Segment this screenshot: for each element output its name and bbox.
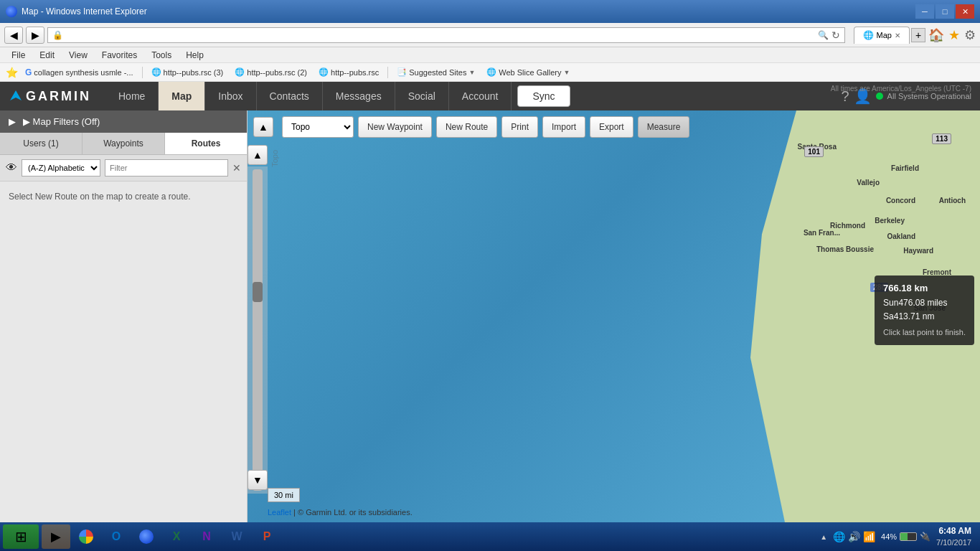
powerpoint-icon: P bbox=[263, 530, 271, 543]
close-button[interactable]: ✕ bbox=[956, 4, 974, 19]
battery-percent-text: 44% bbox=[881, 532, 897, 541]
outlook-icon: O bbox=[112, 530, 121, 543]
tab-title: Map bbox=[877, 31, 892, 39]
city-label-oakland: Oakland bbox=[887, 232, 915, 240]
map-filters-header[interactable]: ▶ ▶ Map Filters (Off) bbox=[0, 110, 247, 133]
browser-tab-map[interactable]: 🌐 Map ✕ bbox=[854, 27, 910, 44]
ie-browser-icons: 🏠 ★ ⚙ bbox=[928, 27, 976, 43]
map-scroll-up-button[interactable]: ▲ bbox=[253, 117, 273, 137]
sync-button[interactable]: Sync bbox=[517, 85, 570, 107]
battery-fill bbox=[900, 533, 908, 540]
battery-bar bbox=[900, 532, 917, 541]
export-button[interactable]: Export bbox=[590, 116, 633, 138]
scale-label: 30 mi bbox=[274, 491, 293, 499]
nav-tab-social[interactable]: Social bbox=[395, 82, 449, 110]
bookmark-icon-1: 🌐 bbox=[151, 67, 161, 77]
media-player-icon: ▶ bbox=[51, 529, 61, 545]
taskbar-app-word[interactable]: W bbox=[222, 524, 251, 549]
favorites-star-icon[interactable]: ★ bbox=[948, 27, 960, 43]
taskbar-app-media[interactable]: ▶ bbox=[42, 524, 70, 549]
visibility-eye-icon[interactable]: 👁 bbox=[6, 161, 17, 174]
forward-button[interactable]: ▶ bbox=[26, 27, 44, 44]
new-tab-button[interactable]: + bbox=[911, 28, 925, 42]
new-waypoint-button[interactable]: New Waypoint bbox=[358, 116, 432, 138]
scroll-track[interactable] bbox=[253, 169, 263, 491]
city-label-antioch: Antioch bbox=[939, 197, 966, 204]
new-route-button[interactable]: New Route bbox=[436, 116, 497, 138]
refresh-icon[interactable]: ↻ bbox=[831, 29, 840, 41]
bookmark-collagen[interactable]: G collagen synthesis usmle -... bbox=[21, 66, 138, 79]
taskbar-app-onenote[interactable]: N bbox=[192, 524, 221, 549]
map-area[interactable]: ▲ Topo Satellite Street New Waypoint New… bbox=[248, 110, 980, 522]
sidebar-tab-routes[interactable]: Routes bbox=[165, 133, 247, 154]
route-tooltip: 766.18 km Sun476.08 miles Sa413.71 nm Cl… bbox=[875, 276, 974, 345]
taskbar-chevron-icon[interactable]: ▲ bbox=[820, 533, 827, 541]
tooltip-km: 766.18 km bbox=[883, 281, 966, 296]
import-button[interactable]: Import bbox=[542, 116, 585, 138]
menu-favorites[interactable]: Favorites bbox=[96, 49, 143, 62]
nav-tab-account[interactable]: Account bbox=[449, 82, 512, 110]
maximize-button[interactable]: □ bbox=[936, 4, 954, 19]
menu-view[interactable]: View bbox=[63, 49, 93, 62]
nav-tab-contacts[interactable]: Contacts bbox=[257, 82, 323, 110]
timezone-label: All times are America/Los_Angeles (UTC -… bbox=[831, 85, 971, 93]
nav-tab-map[interactable]: Map bbox=[159, 82, 205, 110]
tab-close-button[interactable]: ✕ bbox=[895, 32, 900, 39]
search-icon[interactable]: 🔍 bbox=[818, 30, 829, 40]
sidebar-tabs: Users (1) Waypoints Routes bbox=[0, 133, 247, 155]
bookmark-pubs-2[interactable]: 🌐 http--pubs.rsc (2) bbox=[230, 66, 311, 78]
onenote-icon: N bbox=[202, 530, 211, 543]
map-pan-down-button[interactable]: ▼ bbox=[248, 470, 268, 490]
tooltip-instruction: Click last point to finish. bbox=[883, 326, 966, 339]
map-pan-up-button[interactable]: ▲ bbox=[248, 145, 268, 165]
menu-file[interactable]: File bbox=[6, 49, 31, 62]
sidebar-tab-waypoints[interactable]: Waypoints bbox=[83, 133, 165, 154]
filter-clear-button[interactable]: ✕ bbox=[232, 162, 241, 174]
taskbar-app-outlook[interactable]: O bbox=[102, 524, 131, 549]
minimize-button[interactable]: ─ bbox=[915, 4, 934, 19]
taskbar-app-excel[interactable]: X bbox=[162, 524, 191, 549]
taskbar-clock[interactable]: 6:48 AM 7/10/2017 bbox=[936, 525, 971, 548]
bookmark-pubs-1[interactable]: 🌐 http--pubs.rsc (3) bbox=[147, 66, 228, 78]
taskbar-app-ie[interactable] bbox=[132, 524, 161, 549]
map-scale: 30 mi bbox=[268, 488, 300, 502]
word-icon: W bbox=[231, 530, 242, 543]
back-button[interactable]: ◀ bbox=[4, 27, 23, 44]
address-field[interactable]: 🔒 https://inreach.garmin.com/Map 🔍 ↻ bbox=[47, 27, 845, 43]
menu-tools[interactable]: Tools bbox=[146, 49, 177, 62]
home-icon[interactable]: 🏠 bbox=[928, 27, 944, 43]
title-controls: ─ □ ✕ bbox=[915, 4, 974, 19]
map-filters-label: ▶ Map Filters (Off) bbox=[23, 116, 100, 127]
nav-tab-inbox[interactable]: Inbox bbox=[205, 82, 256, 110]
taskbar-app-powerpoint[interactable]: P bbox=[253, 524, 281, 549]
bookmark-suggested-sites[interactable]: 📑 Suggested Sites ▼ bbox=[392, 66, 479, 78]
nav-tab-home[interactable]: Home bbox=[105, 82, 159, 110]
taskbar-app-chrome[interactable] bbox=[72, 524, 100, 549]
network-icon: 🌐 bbox=[833, 531, 845, 542]
volume-icon[interactable]: 🔊 bbox=[848, 531, 860, 542]
menu-edit[interactable]: Edit bbox=[34, 49, 60, 62]
nav-tab-messages[interactable]: Messages bbox=[323, 82, 395, 110]
highway-101-label: 101 bbox=[804, 146, 824, 157]
suggested-sites-dropdown-icon: ▼ bbox=[468, 69, 475, 76]
city-label-thomas-boussie: Thomas Boussie bbox=[816, 245, 874, 253]
city-label-concord: Concord bbox=[886, 197, 915, 204]
menu-help[interactable]: Help bbox=[180, 49, 209, 62]
ie-logo-icon bbox=[6, 6, 17, 17]
bookmark-icon-3: 🌐 bbox=[319, 67, 329, 77]
settings-gear-icon[interactable]: ⚙ bbox=[964, 27, 976, 43]
filter-input[interactable] bbox=[105, 159, 228, 176]
start-button[interactable]: ⊞ bbox=[3, 524, 39, 549]
map-type-select[interactable]: Topo Satellite Street bbox=[282, 116, 354, 138]
battery-indicator: 44% 🔌 bbox=[881, 532, 930, 542]
tooltip-sun-miles: Sun476.08 miles bbox=[883, 296, 966, 310]
leaflet-link[interactable]: Leaflet bbox=[268, 508, 291, 517]
print-button[interactable]: Print bbox=[501, 116, 538, 138]
url-input[interactable]: https://inreach.garmin.com/Map bbox=[66, 30, 818, 40]
sidebar-tab-users[interactable]: Users (1) bbox=[0, 133, 83, 154]
bookmark-pubs-3[interactable]: 🌐 http--pubs.rsc bbox=[314, 66, 383, 78]
city-label-san-francisco: San Fran... bbox=[804, 229, 840, 237]
measure-button[interactable]: Measure bbox=[638, 116, 690, 138]
bookmark-web-slice-gallery[interactable]: 🌐 Web Slice Gallery ▼ bbox=[482, 66, 574, 78]
sort-select[interactable]: (A-Z) Alphabetic bbox=[22, 159, 100, 176]
